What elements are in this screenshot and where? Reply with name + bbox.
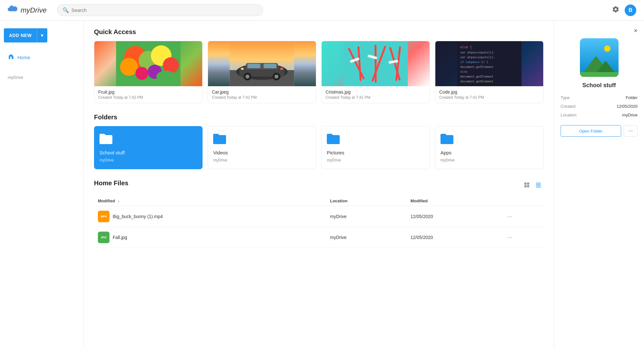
panel-thumbnail [580,38,619,77]
svg-rect-19 [264,64,277,68]
qa-card-code[interactable]: else { var atpos=inputs[i]. var atpos=in… [435,41,544,103]
svg-point-8 [156,71,176,82]
svg-text:document.getElement: document.getElement [460,65,494,69]
svg-point-50 [604,45,611,52]
header-right: B [612,5,636,16]
app-name: myDrive [21,6,47,14]
folder-pictures[interactable]: Pictures myDrive [321,126,430,169]
folder-icon-apps [440,133,538,147]
panel-actions: Open Folder ··· [561,125,638,137]
svg-text:if (atpos==-1) {: if (atpos==-1) { [460,60,488,64]
table-row[interactable]: MP4 Big_buck_bunny (1).mp4 myDrive 12/05… [94,206,544,227]
sidebar-drive-label: myDrive [0,72,83,82]
col-modified2[interactable]: Modified [407,196,504,206]
qa-info-fruit: Fruit.jpg Created Today at 7:42 PM [94,86,202,103]
svg-rect-46 [536,184,541,185]
svg-point-7 [136,67,148,80]
file-modified-jpg: 12/05/2020 [407,227,504,248]
panel-close-button[interactable]: × [561,27,638,34]
svg-rect-44 [527,185,529,188]
add-new-dropdown-icon[interactable]: ▾ [37,33,47,38]
panel-meta: Type Folder Created 12/05/2020 Location … [561,95,638,117]
badge-jpg: JPG [98,232,109,243]
avatar[interactable]: B [625,5,636,16]
panel-more-options-button[interactable]: ··· [624,125,638,137]
folder-icon-school [99,133,197,147]
file-more-button-mp4[interactable]: ··· [507,213,512,220]
search-icon: 🔍 [62,7,69,13]
svg-rect-20 [241,68,244,70]
main-content: Quick Access [84,21,554,349]
home-files-title: Home Files [94,179,128,187]
home-icon [8,53,14,61]
file-modified-mp4: 12/05/2020 [407,206,504,227]
meta-created: Created 12/05/2020 [561,104,638,109]
svg-text:else: else [460,70,468,73]
svg-point-17 [275,75,279,78]
qa-card-fruit[interactable]: Fruit.jpg Created Today at 7:42 PM [94,41,203,103]
svg-text:var atpos=inputs[i].: var atpos=inputs[i]. [460,56,495,59]
home-files-header: Home Files [94,179,544,192]
qa-card-christmas[interactable]: Cristmas.jpg Created Today at 7:41 PM [321,41,430,103]
main-layout: ADD NEW ▾ Home myDrive Quick Access [0,21,644,349]
meta-location: Location myDrive [561,113,638,117]
col-modified[interactable]: Modified ↓ [94,196,326,206]
files-table: Modified ↓ Location Modified [94,196,544,248]
logo: myDrive [8,5,47,15]
sidebar: ADD NEW ▾ Home myDrive [0,21,84,349]
svg-rect-48 [536,187,541,188]
home-files-section: Home Files [94,179,544,248]
view-toggle [522,180,544,191]
badge-mp4: MP4 [98,211,109,222]
cloud-icon [8,5,18,15]
svg-rect-45 [536,183,541,183]
svg-rect-41 [525,183,527,185]
svg-text:var atpos=inputs[i].: var atpos=inputs[i]. [460,51,495,54]
svg-rect-53 [580,72,619,77]
folder-videos[interactable]: Videos myDrive [208,126,316,169]
qa-thumb-car [208,41,316,86]
folder-icon-videos [213,133,311,147]
open-folder-button[interactable]: Open Folder [561,125,621,137]
col-actions [503,196,544,206]
col-location[interactable]: Location [326,196,407,206]
svg-rect-42 [527,183,529,185]
quick-access-section: Quick Access [94,28,544,103]
file-name-jpg: Fall.jpg [113,235,127,240]
app-header: myDrive 🔍 B [0,0,644,21]
add-new-button[interactable]: ADD NEW ▾ [4,28,47,42]
sidebar-home-label: Home [17,55,30,60]
qa-info-car: Car.jpeg Created Today at 7:42 PM [208,86,316,103]
settings-icon[interactable] [612,5,620,15]
svg-rect-18 [248,64,260,68]
qa-thumb-fruit [94,41,202,86]
qa-info-christmas: Cristmas.jpg Created Today at 7:41 PM [322,86,430,103]
svg-point-2 [120,58,138,76]
file-name-cell-mp4: MP4 Big_buck_bunny (1).mp4 [98,211,322,222]
svg-text:else {: else { [460,45,472,49]
qa-card-car[interactable]: Car.jpeg Created Today at 7:42 PM [208,41,316,103]
qa-thumb-christmas [322,41,430,86]
svg-text:document.getElement: document.getElement [460,80,494,83]
quick-access-grid: Fruit.jpg Created Today at 7:42 PM [94,41,544,103]
search-input[interactable] [71,7,258,13]
svg-rect-47 [536,186,541,186]
meta-type: Type Folder [561,95,638,100]
svg-point-15 [246,75,250,78]
sidebar-nav: Home [0,50,83,65]
table-row[interactable]: JPG Fall.jpg myDrive 12/05/2020 ··· [94,227,544,248]
folder-apps[interactable]: Apps myDrive [435,126,544,169]
quick-access-title: Quick Access [94,28,544,36]
folders-section: Folders School stuff myDrive [94,114,544,169]
list-view-icon[interactable] [533,180,544,191]
search-bar[interactable]: 🔍 [57,4,263,16]
file-location-mp4: myDrive [326,206,407,227]
sidebar-item-home[interactable]: Home [3,50,81,65]
folder-school-stuff[interactable]: School stuff myDrive [94,126,203,169]
file-name-cell-jpg: JPG Fall.jpg [98,232,322,243]
file-name-mp4: Big_buck_bunny (1).mp4 [113,214,163,219]
file-more-button-jpg[interactable]: ··· [507,234,512,241]
folders-title: Folders [94,114,544,121]
svg-rect-43 [525,185,527,188]
grid-view-icon[interactable] [522,180,532,191]
